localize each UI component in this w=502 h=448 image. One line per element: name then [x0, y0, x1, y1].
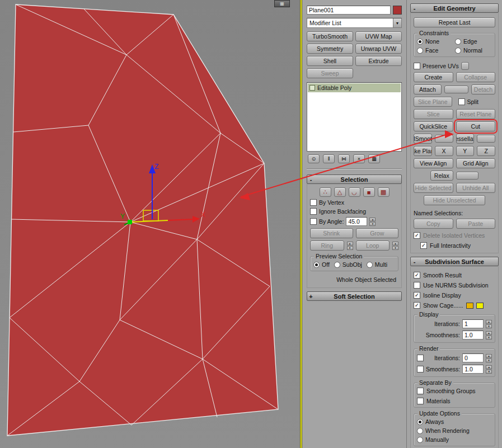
preview-off-radio[interactable] [313, 262, 320, 268]
slice-plane-button[interactable]: Slice Plane [414, 97, 452, 107]
modifier-button-symmetry[interactable]: Symmetry [307, 44, 353, 54]
edit-geometry-rollout-header[interactable]: - Edit Geometry [410, 3, 499, 13]
repeat-last-button[interactable]: Repeat Last [414, 17, 495, 27]
update-manually-radio[interactable] [417, 437, 423, 443]
update-when-rendering-radio[interactable] [417, 428, 423, 434]
cage-color-swatch[interactable] [466, 303, 473, 309]
perspective-viewport[interactable]: Z X Y [0, 0, 300, 448]
relax-settings-button[interactable] [456, 172, 479, 180]
update-when-rendering-option[interactable]: When Rendering [417, 427, 492, 434]
modifier-button-uvw-map[interactable]: UVW Map [355, 31, 402, 41]
display-iterations-input[interactable] [462, 319, 484, 328]
modifier-button-turbosmooth[interactable]: TurboSmooth [307, 31, 353, 41]
show-end-result-icon[interactable]: ‖ [323, 154, 335, 163]
constraint-edge-radio[interactable] [455, 39, 461, 45]
split-checkbox[interactable] [458, 98, 465, 105]
constraint-edge-option[interactable]: Edge [455, 38, 492, 45]
render-smoothness-input[interactable] [462, 365, 484, 374]
full-interactivity-checkbox[interactable] [420, 242, 427, 249]
ignore-backfacing-checkbox[interactable] [310, 208, 317, 215]
modifier-button-shell[interactable]: Shell [307, 56, 353, 66]
preview-multi-option[interactable]: Multi [367, 261, 387, 268]
use-nurms-checkbox[interactable] [414, 282, 420, 289]
ring-spinner[interactable] [347, 242, 353, 250]
render-iterations-spinner[interactable] [486, 354, 492, 362]
constraint-face-radio[interactable] [417, 48, 423, 54]
modifier-stack-list[interactable]: Editable Poly [307, 82, 402, 152]
tessellate-button[interactable]: Tessellate [456, 134, 475, 144]
make-unique-icon[interactable]: ⋈ [338, 154, 350, 163]
paste-button[interactable]: Paste [456, 219, 496, 229]
copy-button[interactable]: Copy [414, 219, 453, 229]
constraint-normal-option[interactable]: Normal [455, 47, 492, 54]
tessellate-settings-button[interactable] [477, 135, 495, 143]
viewport-canvas[interactable]: Z X Y [0, 0, 300, 448]
soft-selection-rollout-header[interactable]: + Soft Selection [307, 291, 402, 301]
quickslice-button[interactable]: QuickSlice [414, 121, 453, 131]
selected-vertex-marker[interactable] [128, 220, 132, 224]
constraint-none-option[interactable]: None [417, 38, 454, 45]
subdivision-surface-rollout-header[interactable]: - Subdivision Surface [410, 257, 499, 266]
update-manually-option[interactable]: Manually [417, 436, 492, 443]
display-iterations-spinner[interactable] [486, 320, 492, 328]
render-iterations-checkbox[interactable] [417, 355, 424, 361]
preview-off-option[interactable]: Off [313, 261, 330, 268]
attach-button[interactable]: Attach [414, 84, 442, 95]
by-angle-spinner[interactable] [369, 218, 376, 226]
stack-item-editable-poly[interactable]: Editable Poly [308, 83, 401, 92]
ignore-backfacing-option[interactable]: Ignore Backfacing [310, 208, 398, 215]
hide-selected-button[interactable]: Hide Selected [414, 183, 453, 193]
slice-button[interactable]: Slice [414, 109, 453, 119]
modifier-button-unwrap-uvw[interactable]: Unwrap UVW [355, 44, 402, 54]
modifier-button-sweep[interactable]: Sweep [307, 68, 353, 78]
render-smoothness-checkbox[interactable] [417, 366, 424, 372]
preview-subobj-option[interactable]: SubObj [334, 261, 362, 268]
planar-x-button[interactable]: X [435, 146, 453, 156]
render-smoothness-spinner[interactable] [486, 365, 492, 374]
hide-unselected-button[interactable]: Hide Unselected [424, 195, 485, 205]
constraint-normal-radio[interactable] [455, 48, 461, 54]
collapse-button[interactable]: Collapse [456, 72, 496, 82]
render-iterations-input[interactable] [462, 353, 484, 362]
materials-checkbox[interactable] [417, 398, 424, 404]
preserve-uvs-settings-button[interactable] [461, 62, 469, 70]
smoothing-groups-checkbox[interactable] [417, 388, 424, 394]
preview-subobj-radio[interactable] [334, 262, 340, 268]
unhide-all-button[interactable]: Unhide All [456, 183, 496, 193]
toolbar-icon-fragment[interactable] [274, 0, 290, 7]
grid-align-button[interactable]: Grid Align [456, 158, 496, 168]
loop-spinner[interactable] [392, 242, 398, 250]
update-always-option[interactable]: Always [417, 418, 492, 425]
detach-button[interactable]: Detach [471, 84, 495, 95]
cut-button[interactable]: Cut [456, 121, 496, 131]
attach-list-button[interactable] [444, 86, 468, 93]
relax-button[interactable]: Relax [430, 171, 453, 181]
isoline-display-checkbox[interactable] [414, 292, 420, 299]
cage-selected-color-swatch[interactable] [476, 303, 484, 309]
show-cage-checkbox[interactable] [414, 302, 420, 309]
grow-button[interactable]: Grow [356, 228, 399, 238]
constraint-face-option[interactable]: Face [417, 47, 454, 54]
planar-z-button[interactable]: Z [477, 146, 495, 156]
display-smoothness-input[interactable] [462, 331, 484, 339]
edge-mode-icon[interactable]: △ [334, 187, 346, 197]
modifier-button-extrude[interactable]: Extrude [355, 56, 402, 66]
smooth-result-checkbox[interactable] [414, 272, 420, 279]
by-vertex-checkbox[interactable] [310, 199, 317, 206]
view-align-button[interactable]: View Align [414, 158, 453, 168]
delete-isolated-vertices-checkbox[interactable] [414, 232, 420, 239]
loop-button[interactable]: Loop [356, 240, 390, 251]
planar-y-button[interactable]: Y [456, 146, 475, 156]
ring-button[interactable]: Ring [310, 240, 344, 251]
border-mode-icon[interactable]: ◡ [349, 187, 360, 197]
selection-rollout-header[interactable]: - Selection [307, 175, 402, 184]
object-color-swatch[interactable] [393, 6, 402, 15]
configure-modifier-sets-icon[interactable]: ▦ [368, 154, 380, 163]
by-angle-checkbox[interactable] [310, 218, 317, 225]
preserve-uvs-checkbox[interactable] [414, 63, 420, 69]
split-option[interactable]: Split [455, 98, 496, 105]
preview-multi-radio[interactable] [367, 262, 373, 268]
create-button[interactable]: Create [414, 72, 453, 82]
element-mode-icon[interactable]: ▩ [378, 187, 390, 197]
object-name-input[interactable] [307, 6, 391, 15]
